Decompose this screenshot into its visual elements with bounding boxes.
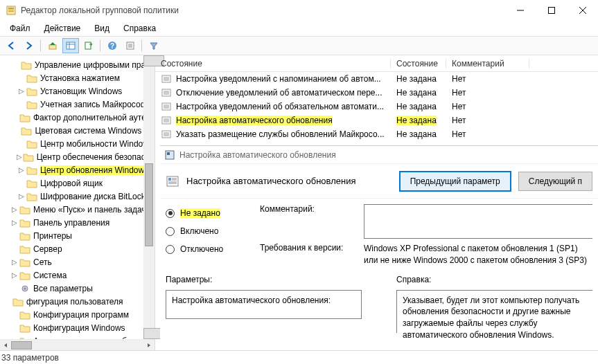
tree-item[interactable]: ▷Установщик Windows	[0, 84, 155, 98]
setting-comment: Нет	[446, 116, 529, 125]
tree-item[interactable]: Конфигурация Windows	[0, 321, 155, 334]
expand-icon[interactable]: ▷	[17, 192, 26, 200]
expand-icon[interactable]: ▷	[10, 206, 19, 213]
expand-icon[interactable]: ▷	[17, 87, 26, 95]
expand-icon[interactable]: ▷	[17, 153, 23, 161]
tree-item-label: Конфигурация Windows	[33, 323, 125, 333]
expand-icon[interactable]: ▷	[10, 258, 19, 266]
export-button[interactable]	[80, 38, 97, 53]
setting-name: Настройка уведомлений с напоминанием об …	[176, 74, 381, 84]
tree-item[interactable]: фигурация пользователя	[0, 295, 155, 308]
folder-icon	[12, 297, 24, 307]
tree-item[interactable]: ▷Система	[0, 269, 155, 282]
tree-item-label: Панель управления	[33, 218, 109, 228]
folder-icon	[26, 192, 37, 201]
dialog-titlebar: Настройка автоматического обновления	[160, 146, 598, 164]
policy-dialog: Настройка автоматического обновления Нас…	[160, 145, 598, 350]
tree-item[interactable]: Сервер	[0, 242, 155, 255]
tree-item[interactable]: ▷Сеть	[0, 255, 155, 269]
back-button[interactable]	[3, 38, 19, 53]
list-row[interactable]: Отключение уведомлений об автоматическом…	[155, 86, 598, 100]
scroll-thumb-v[interactable]	[145, 163, 153, 246]
tree-item[interactable]: ▷Шифрование диска BitLocker	[0, 190, 155, 203]
dialog-bottom: Параметры: Настройка автоматического обн…	[160, 271, 598, 337]
status-text: 33 параметров	[1, 353, 59, 363]
svg-rect-12	[85, 42, 91, 49]
scroll-left-icon[interactable]	[0, 340, 11, 351]
next-parameter-button[interactable]: Следующий п	[518, 172, 592, 191]
policy-icon	[166, 174, 179, 188]
forward-button[interactable]	[21, 38, 37, 53]
radio-enabled[interactable]: Включено	[166, 226, 249, 236]
filter-button[interactable]	[146, 38, 162, 53]
tree-item[interactable]: Фактор дополнительной аутент	[0, 111, 155, 124]
dialog-window-title: Настройка автоматического обновления	[179, 150, 336, 160]
tree-item[interactable]: ▷Меню «Пуск» и панель задач	[0, 203, 155, 216]
tree-item[interactable]: ▷Центр обеспечения безопасно	[0, 150, 155, 163]
dialog-title: Настройка автоматического обновления	[186, 176, 392, 186]
tree-item[interactable]: Учетная запись Майкрософт	[0, 98, 155, 111]
close-button[interactable]	[567, 0, 598, 21]
tree-item[interactable]: ▷Административные шаблоны	[0, 334, 155, 339]
setting-name: Настройка автоматического обновления	[176, 116, 333, 125]
app-icon	[6, 5, 17, 16]
expand-icon[interactable]: ▷	[10, 271, 19, 279]
tree-item[interactable]: ▷Центр обновления Windows	[0, 163, 155, 176]
up-button[interactable]	[44, 38, 61, 53]
tree-scrollbar-v[interactable]	[143, 55, 155, 339]
column-comment[interactable]: Комментарий	[446, 59, 529, 69]
menu-view[interactable]: Вид	[89, 22, 115, 35]
setting-state: Не задана	[396, 102, 437, 111]
radio-not-set[interactable]: Не задано	[166, 208, 249, 218]
tree-scrollbar-h[interactable]	[0, 339, 155, 350]
tree-item-label: Центр мобильности Windows	[40, 139, 153, 149]
folder-icon	[26, 139, 37, 149]
tree-item[interactable]: Цветовая система Windows Co	[0, 124, 155, 137]
tree-item[interactable]: Цифровой ящик	[0, 176, 155, 190]
setting-comment: Нет	[446, 88, 529, 98]
folder-icon	[19, 113, 30, 122]
tree[interactable]: Управление цифровыми праваУстановка нажа…	[0, 55, 155, 339]
svg-rect-3	[8, 11, 14, 12]
tree-item[interactable]: Принтеры	[0, 229, 155, 242]
tree-item[interactable]: Конфигурация программ	[0, 308, 155, 321]
scroll-thumb-h[interactable]	[11, 341, 32, 349]
svg-text:?: ?	[110, 42, 114, 50]
show-list-button[interactable]	[62, 38, 79, 53]
menu-help[interactable]: Справка	[118, 22, 161, 35]
tree-item[interactable]: Установка нажатием	[0, 71, 155, 84]
tree-item[interactable]: ▷Панель управления	[0, 216, 155, 229]
tree-item-label: Цветовая система Windows Co	[35, 126, 155, 136]
minimize-button[interactable]	[504, 0, 536, 21]
toolbar: ?	[0, 36, 598, 55]
tree-item-label: Установка нажатием	[40, 73, 120, 83]
list-row[interactable]: Настройка уведомлений с напоминанием об …	[155, 72, 598, 86]
help-box: Указывает, будет ли этот компьютер получ…	[396, 290, 592, 333]
tree-item[interactable]: Центр мобильности Windows	[0, 137, 155, 150]
expand-icon[interactable]: ▷	[17, 166, 26, 174]
toolbar-separator	[141, 39, 143, 52]
radio-disabled[interactable]: Отключено	[166, 244, 249, 254]
tree-item-label: фигурация пользователя	[26, 297, 123, 307]
properties-button[interactable]	[122, 38, 139, 53]
gear-icon	[19, 284, 30, 293]
list-row[interactable]: Указать размещение службы обновлений Май…	[155, 127, 598, 141]
column-name[interactable]: Состояние	[155, 59, 391, 69]
list-row[interactable]: Настройка автоматического обновленияНе з…	[155, 113, 598, 127]
previous-parameter-button[interactable]: Предыдущий параметр	[399, 171, 511, 192]
menu-action[interactable]: Действие	[39, 22, 87, 35]
maximize-button[interactable]	[536, 0, 567, 21]
help-label: Справка:	[396, 275, 592, 284]
column-state[interactable]: Состояние	[391, 59, 446, 69]
menubar: Файл Действие Вид Справка	[0, 21, 598, 36]
setting-icon	[161, 115, 172, 126]
tree-item[interactable]: Все параметры	[0, 282, 155, 295]
list-rows: Настройка уведомлений с напоминанием об …	[155, 72, 598, 141]
scroll-right-icon[interactable]	[143, 340, 155, 351]
menu-file[interactable]: Файл	[4, 22, 36, 35]
list-row[interactable]: Настройка уведомлений об обязательном ав…	[155, 100, 598, 113]
comment-textbox[interactable]	[364, 204, 592, 239]
tree-item[interactable]: Управление цифровыми права	[0, 58, 155, 71]
expand-icon[interactable]: ▷	[10, 219, 19, 226]
help-button[interactable]: ?	[104, 38, 121, 53]
